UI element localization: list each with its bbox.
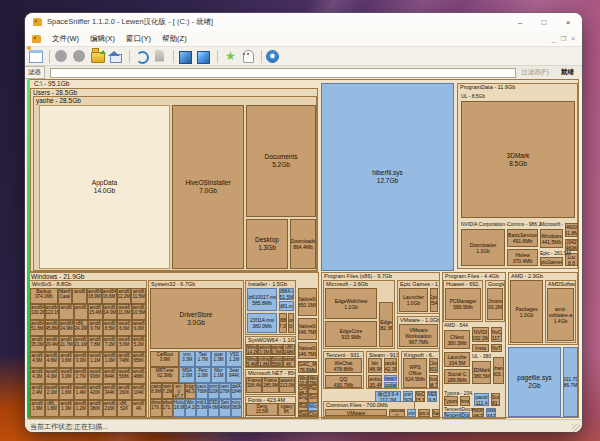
treemap-cell-amd6[interactable]: amd69.7M xyxy=(88,320,103,336)
refresh-icon[interactable] xyxy=(135,50,150,63)
treemap-cell-x86[interactable]: x86_24.3M xyxy=(74,320,89,336)
unknown-space-cube-icon[interactable] xyxy=(197,50,212,63)
mdi-minimize-button[interactable]: _ xyxy=(552,35,556,43)
treemap-cell-amd6[interactable]: amd61.0M xyxy=(103,352,118,368)
treemap-cell-msa[interactable]: MSA2.6M xyxy=(179,367,195,383)
menu-file[interactable]: 文件(W) xyxy=(52,34,79,44)
treemap-box-pandi[interactable]: pandi112.4 xyxy=(474,393,489,406)
treemap-box-unin[interactable]: unin xyxy=(407,409,416,417)
treemap-box-share[interactable]: share303.1 xyxy=(493,357,504,384)
treemap-cell-wizar[interactable]: wizar4K xyxy=(283,356,295,367)
treemap-box-launche[interactable]: Launche334.5M xyxy=(444,352,470,367)
menu-help[interactable]: 帮助(Z) xyxy=(162,34,187,44)
treemap-box-social-c[interactable]: Social C xyxy=(389,409,405,417)
treemap-box-511-79[interactable]: 511.79786.7Mb xyxy=(563,347,578,417)
treemap-box-6886[interactable]: 688627.3M xyxy=(279,313,287,333)
treemap-cell-amd64[interactable]: amd6418.9M xyxy=(87,288,102,304)
treemap-cell-win[interactable]: Win20.8 xyxy=(298,375,308,385)
treemap-box-hiview[interactable]: Hiview370.4Mb xyxy=(507,249,538,266)
treemap-box-rac[interactable]: Rac xyxy=(432,409,440,417)
treemap-cell-wow6[interactable]: wow6936K xyxy=(88,368,103,384)
treemap-cell-amd6[interactable]: amd62.4M xyxy=(30,384,45,400)
treemap-cell-amd6[interactable]: amd64.6M xyxy=(45,352,60,368)
treemap-box-bd81-msi[interactable]: bd81.msi xyxy=(279,301,294,311)
treemap-cell-wow6[interactable]: wow64.0M xyxy=(45,368,60,384)
treemap-cell-wow6[interactable]: wow63.0M xyxy=(59,368,74,384)
titlebar[interactable]: SpaceSniffer 1.1.2.0 - Lewen汉化版 - [ (C:)… xyxy=(25,13,582,31)
treemap-cell-amd6[interactable]: amd6104K xyxy=(132,384,147,400)
treemap-box-hiveosinstaller[interactable]: HiveOSInstaller7.0Gb xyxy=(172,105,244,269)
treemap-cell-dafa[interactable]: dafA184K xyxy=(231,383,243,399)
treemap-box-1b610017-msi[interactable]: 1b610017.msi585.8Mb xyxy=(247,288,277,311)
treemap-cell-d3d[interactable]: D3D4.6M xyxy=(208,399,220,417)
treemap-box-unin[interactable]: unin292K xyxy=(403,391,413,402)
treemap-cell-wpnaz[interactable]: wpnaz1.0M xyxy=(271,344,283,355)
home-icon[interactable] xyxy=(109,50,124,63)
treemap-cell-windo[interactable]: Windo5.4M xyxy=(246,356,258,367)
treemap-cell-sear[interactable]: Sear944K xyxy=(226,367,242,383)
close-button[interactable]: × xyxy=(556,13,580,31)
treemap-cell-amd6[interactable]: amd610.5M xyxy=(132,304,147,320)
treemap-box-clou[interactable]: Clou301. xyxy=(429,358,438,373)
treemap-cell-amd6[interactable]: amd6 xyxy=(74,304,89,320)
treemap-cell-offfi[interactable]: offfi248K xyxy=(283,344,295,355)
treemap-box-web[interactable]: WEB9.8 xyxy=(427,391,437,402)
treemap-cell-sorti[interactable]: Sorti xyxy=(308,394,318,403)
treemap-cell-eng[interactable]: Eng xyxy=(298,394,308,403)
filter-input[interactable] xyxy=(50,68,516,78)
treemap-cell-amd6[interactable]: amd6748K xyxy=(117,352,132,368)
treemap-cell-amd6[interactable]: amd68.5M xyxy=(103,320,118,336)
treemap-cell-amd6[interactable]: amd64K xyxy=(132,400,147,417)
treemap-cell-mfc1[interactable]: mfc15.3M xyxy=(196,399,208,417)
treemap-cell-backup[interactable]: Backup374.1Mb xyxy=(30,288,58,304)
treemap-box-native0r[interactable]: Native0r350.1Mb xyxy=(298,288,317,316)
treemap-box-chrome[interactable]: Chrome593.2Mb xyxy=(487,288,503,320)
treemap-cell-catroot[interactable]: CatRoot3.9M xyxy=(150,351,179,367)
treemap-cell-perc[interactable]: Perc2.0M xyxy=(195,367,211,383)
treemap-cell-win[interactable]: Win14.1M xyxy=(185,399,197,417)
treemap-cell-datas[interactable]: DataS xyxy=(298,411,308,417)
treemap-box-edgecore[interactable]: EdgeCore915.9Mb xyxy=(325,321,377,347)
treemap-box-steam[interactable]: steam xyxy=(384,375,397,381)
treemap-cell-amd6[interactable]: amd61.3M xyxy=(59,400,74,417)
treemap-cell-quar[interactable]: quar1.3M xyxy=(211,351,227,367)
treemap-box-typora[interactable]: Typora xyxy=(444,396,458,406)
treemap-cell-amd6[interactable]: amd67.8M xyxy=(88,336,103,352)
treemap-box-tencentdoc[interactable]: TencentDoc xyxy=(444,412,470,418)
treemap-cell-amd6[interactable]: amd611.5M xyxy=(131,288,146,304)
treemap-cell-chs[interactable]: CHS88.1 xyxy=(298,385,308,394)
treemap-cell-amd6[interactable]: amd612.2M xyxy=(117,288,132,304)
treemap-cell-amd64[interactable]: amd6416.6M xyxy=(102,288,117,304)
treemap-cell-amd6[interactable]: amd621.7M xyxy=(59,336,74,352)
export-file-icon[interactable] xyxy=(153,50,168,63)
treemap-box-windows[interactable]: Windows441.5Mb xyxy=(540,229,563,248)
treemap-cell-cacs[interactable]: cacs768K xyxy=(196,383,208,399)
open-folder-icon[interactable] xyxy=(91,50,106,63)
treemap-box-3dmark[interactable]: 3DMark380.5M xyxy=(472,361,491,384)
treemap-cell-amd6[interactable]: amd62.7M xyxy=(74,368,89,384)
treemap-cell-amd6[interactable]: amd67.2M xyxy=(103,336,118,352)
treemap-cell-vgaoy[interactable]: vgaoy8K xyxy=(278,403,295,416)
treemap-box-hiberfil-sys[interactable]: hiberfil.sys12.7Gb xyxy=(321,83,454,271)
treemap-box-3dmark[interactable]: 3DMark8.5Gb xyxy=(461,101,575,218)
treemap-box-23f114-msi[interactable]: 23f114.msi380.0Mb xyxy=(247,313,277,333)
treemap-cell-amd6[interactable]: amd615.4M xyxy=(88,304,103,320)
new-view-icon[interactable] xyxy=(29,50,44,63)
treemap-box-c6d964-msi[interactable]: c6d964.msi151.5Mb xyxy=(279,288,294,300)
treemap-cell-wow6[interactable]: wow66.0M xyxy=(132,320,147,336)
settings-gear-icon[interactable] xyxy=(267,50,282,63)
treemap-box-wechat[interactable]: WeChat478.8Mb xyxy=(325,358,362,373)
treemap-cell-mfmp[interactable]: mfmp1.8M xyxy=(258,356,270,367)
treemap-cell-amd6[interactable]: amd64.3M xyxy=(30,368,45,384)
treemap-cell-amd6[interactable]: amd6344K xyxy=(103,384,118,400)
treemap-box-native0r[interactable]: Native0r246.7Mb xyxy=(298,318,317,340)
treemap-cell-wbem[interactable]: wbem171.1M xyxy=(162,399,174,417)
treemap-box-tenfoo[interactable]: tenfoo130.4M xyxy=(368,375,382,388)
treemap-box-nvidi[interactable]: NVIDI192.2M xyxy=(472,327,489,342)
treemap-cell-amd6[interactable]: amd63.6M xyxy=(59,352,74,368)
treemap-box-pcmanager[interactable]: PCManager589.5Mb xyxy=(445,288,481,320)
treemap-cell-amd64[interactable]: amd64123.1M xyxy=(45,304,60,320)
treemap-cell-rollb[interactable]: Rollb xyxy=(298,403,308,411)
treemap-cell-amd6[interactable]: amd6656K xyxy=(132,352,147,368)
treemap-box-nvt[interactable]: NvT xyxy=(491,344,502,352)
